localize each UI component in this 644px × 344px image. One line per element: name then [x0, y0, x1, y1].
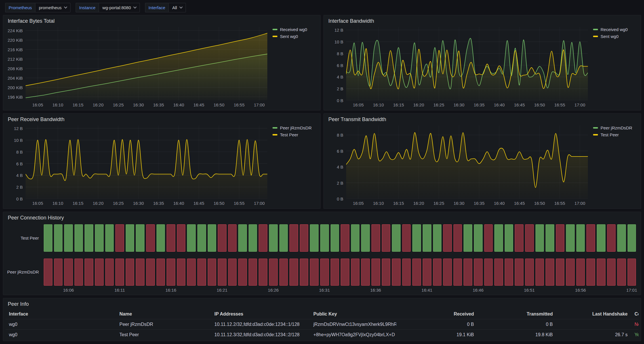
state-bar-disconnected [484, 259, 493, 286]
y-axis-label: 4 B [16, 173, 23, 178]
grafana-dashboard: Prometheus prometheus Instance wg-portal… [0, 0, 644, 344]
chart-legend: Received wg0Sent wg0 [267, 27, 319, 109]
state-bar-disconnected [382, 259, 390, 286]
column-header[interactable]: Interface [5, 311, 116, 317]
state-bar-disconnected [218, 259, 226, 286]
dashboard-grid: Interface Bytes Total 196 KiB200 KiB204 … [3, 15, 641, 341]
timeline-row: Peer jRzmDsDR [5, 259, 637, 286]
y-axis-label: 4 B [337, 74, 343, 79]
y-axis-label: 12 B [14, 126, 23, 131]
state-bar-connected [505, 224, 513, 252]
x-axis-label: 16:25 [433, 102, 444, 107]
column-header[interactable]: Public Key [310, 311, 396, 317]
x-axis-label: 16:25 [433, 201, 444, 206]
series-color-swatch [593, 29, 598, 30]
x-axis-label: 16:40 [494, 201, 505, 206]
state-bar-disconnected [515, 259, 523, 286]
legend-item[interactable]: Sent wg0 [593, 34, 619, 39]
x-axis-label: 16:40 [494, 102, 505, 107]
state-bar-disconnected [607, 224, 616, 252]
chevron-down-icon [64, 5, 67, 8]
state-bar-connected [494, 224, 503, 252]
connected-status-cell: No [631, 322, 639, 327]
state-bar-disconnected [146, 259, 155, 286]
state-bar-connected [331, 224, 339, 252]
x-axis-label: 16:21 [217, 288, 228, 293]
chart-plot-area[interactable] [346, 125, 588, 199]
state-bar-connected [249, 224, 257, 252]
chart-plot-area[interactable] [346, 27, 588, 100]
legend-item[interactable]: Test Peer [273, 132, 298, 137]
x-axis-label: 16:56 [575, 288, 586, 293]
state-bar-disconnected [433, 259, 442, 286]
var-label-instance[interactable]: Instance [76, 3, 99, 12]
column-header[interactable]: IP Addresses [211, 311, 310, 317]
dashboard-toolbar: Prometheus prometheus Instance wg-portal… [3, 0, 641, 15]
state-bar-connected [44, 224, 52, 252]
x-axis-label: 16:35 [474, 201, 485, 206]
state-bar-disconnected [351, 259, 360, 286]
state-bar-disconnected [228, 259, 237, 286]
table-cell: +8he+pyWH7Oa9g2FVjIxQzy04brLX+D [310, 332, 396, 337]
column-header[interactable]: Received [396, 311, 477, 317]
state-bar-connected [617, 224, 626, 252]
legend-label: Received wg0 [601, 27, 628, 32]
panel-interface-bytes-total: Interface Bytes Total 196 KiB200 KiB204 … [3, 15, 321, 110]
state-bar-disconnected [484, 224, 493, 252]
state-bar-disconnected [177, 259, 186, 286]
state-bar-connected [536, 224, 544, 252]
x-axis-label: 16:50 [214, 201, 224, 206]
state-bar-disconnected [259, 224, 267, 252]
y-axis: 0 B2 B4 B6 B8 B10 B12 B [4, 125, 26, 199]
panel-peer-receive-bandwidth: Peer Receive Bandwidth 0 B2 B4 B6 B8 B10… [3, 113, 321, 209]
var-label-prometheus[interactable]: Prometheus [5, 3, 35, 12]
x-axis-label: 16:35 [474, 102, 485, 107]
state-bar-connected [597, 224, 605, 252]
legend-item[interactable]: Received wg0 [593, 27, 628, 32]
table-cell: 19.8 KiB [477, 332, 556, 337]
state-bar-disconnected [607, 259, 616, 286]
x-axis-label: 16:05 [353, 201, 364, 206]
x-axis-label: 16:55 [554, 201, 565, 206]
chart-plot-area[interactable] [26, 125, 267, 199]
table-row: wg0Test Peer10.11.12.3/32,fdfd:d3ad:c0de… [5, 329, 639, 340]
x-axis-label: 16:11 [115, 288, 125, 293]
legend-label: Test Peer [601, 132, 619, 137]
peer-info-table: InterfaceNameIP AddressesPublic KeyRecei… [3, 308, 641, 341]
x-axis-label: 16:15 [393, 201, 404, 206]
column-header[interactable]: Last Handshake [556, 311, 631, 317]
column-header[interactable]: Connected [631, 311, 639, 317]
legend-item[interactable]: Peer jRzmDsDR [273, 125, 312, 130]
var-select-interface[interactable]: All [168, 3, 186, 12]
state-bar-disconnected [115, 259, 124, 286]
var-select-prometheus[interactable]: prometheus [35, 3, 71, 12]
state-bar-disconnected [310, 259, 319, 286]
var-label-interface[interactable]: Interface [145, 3, 168, 12]
x-axis-label: 16:55 [234, 102, 245, 107]
legend-item[interactable]: Peer jRzmDsDR [593, 125, 632, 130]
state-bar-disconnected [617, 259, 626, 286]
state-bar-disconnected [249, 259, 257, 286]
x-axis-label: 16:05 [32, 201, 43, 206]
legend-item[interactable]: Sent wg0 [273, 34, 298, 39]
x-axis-label: 17:00 [254, 102, 265, 107]
state-bar-disconnected [566, 259, 575, 286]
state-bar-disconnected [75, 259, 83, 286]
x-axis-label: 16:45 [514, 102, 525, 107]
state-bar-disconnected [341, 224, 349, 252]
chart-plot-area[interactable] [26, 27, 267, 100]
column-header[interactable]: Name [116, 311, 211, 317]
state-bar-disconnected [525, 259, 534, 286]
state-bar-disconnected [259, 259, 267, 286]
column-header[interactable]: Transmitted [477, 311, 556, 317]
legend-item[interactable]: Test Peer [593, 132, 619, 137]
legend-item[interactable]: Received wg0 [273, 27, 307, 32]
state-bar-connected [208, 224, 216, 252]
table-cell: 10.11.12.2/32,fdfd:d3ad:c0de:1234::1/128 [211, 322, 310, 327]
state-bar-disconnected [628, 259, 636, 286]
y-axis-label: 10 B [14, 138, 23, 143]
x-axis-label: 16:10 [52, 102, 63, 107]
var-value-text: wg-portal:8080 [102, 5, 131, 10]
x-axis-label: 16:30 [133, 102, 144, 107]
var-select-instance[interactable]: wg-portal:8080 [99, 3, 140, 12]
